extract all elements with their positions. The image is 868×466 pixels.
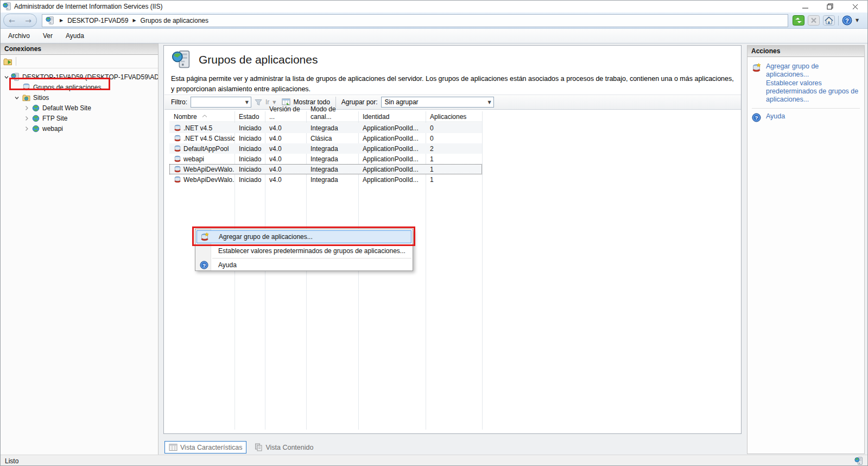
column-estado[interactable]: Estado	[235, 113, 265, 122]
sort-ascending-icon	[202, 111, 207, 119]
chevron-down-icon[interactable]	[4, 74, 9, 80]
filter-input[interactable]: ▼	[191, 97, 251, 108]
chevron-right-icon[interactable]	[23, 116, 30, 121]
go-dropdown-caret-icon[interactable]: ▼	[273, 100, 276, 105]
connections-header: Conexiones	[1, 43, 158, 55]
tree-item-webapi[interactable]: webapi	[1, 123, 158, 134]
tree-item-label: Grupos de aplicaciones	[33, 84, 101, 91]
page-title: Grupos de aplicaciones	[199, 53, 318, 66]
table-row[interactable]: DefaultAppPool Iniciado v4.0 Integrada A…	[169, 143, 482, 154]
table-row[interactable]: webapi Iniciado v4.0 Integrada Applicati…	[169, 154, 482, 164]
iis-manager-window: Administrador de Internet Information Se…	[0, 0, 868, 466]
action-set-defaults[interactable]: Establecer valores predeterminados de gr…	[766, 79, 859, 104]
action-help[interactable]: Ayuda	[766, 112, 785, 124]
tree-item-app-pools[interactable]: Grupos de aplicaciones	[1, 82, 158, 92]
stop-icon	[808, 15, 820, 26]
grid-line	[482, 111, 483, 430]
tree-item-label: DESKTOP-1FVAD59 (DESKTOP-1FVAD59\ADA)	[22, 73, 158, 81]
app-pools-icon	[22, 83, 30, 91]
cell-estado: Iniciado	[235, 135, 265, 142]
cell-identidad: ApplicationPoolId...	[358, 155, 426, 163]
address-bar-actions: ? ▼	[793, 15, 859, 26]
close-button[interactable]	[842, 1, 867, 12]
page-header: Grupos de aplicaciones	[172, 50, 318, 70]
chevron-down-icon[interactable]	[14, 95, 20, 100]
tree-item-default-web-site[interactable]: Default Web Site	[1, 103, 158, 113]
home-icon[interactable]	[823, 15, 835, 26]
context-menu-item-label: Establecer valores predeterminados de gr…	[218, 247, 406, 255]
app-pool-icon	[174, 155, 181, 163]
cell-name: webapi	[169, 155, 235, 163]
app-pool-icon	[174, 124, 181, 132]
group-by-label: Agrupar por:	[341, 98, 378, 106]
menu-ayuda[interactable]: Ayuda	[60, 32, 90, 40]
save-connection-icon[interactable]	[3, 58, 12, 66]
tab-features-view[interactable]: Vista Características	[164, 441, 246, 454]
cell-estado: Iniciado	[235, 166, 265, 173]
breadcrumb-item-app-pools[interactable]: Grupos de aplicaciones	[141, 17, 208, 24]
svg-text:?: ?	[845, 17, 849, 24]
group-by-select[interactable]: Sin agrupar▼	[381, 97, 494, 108]
forward-button[interactable]: →	[25, 17, 31, 24]
tree-item-server[interactable]: DESKTOP-1FVAD59 (DESKTOP-1FVAD59\ADA)	[1, 72, 158, 82]
cell-aplicaciones: 0	[426, 124, 482, 132]
show-all-button[interactable]: Mostrar todo	[294, 98, 330, 106]
minimize-button[interactable]	[793, 1, 818, 12]
tree-item-ftp-site[interactable]: FTP Site	[1, 113, 158, 123]
separator	[16, 57, 16, 66]
cell-modo: Integrada	[306, 124, 358, 132]
content-view-icon	[255, 443, 263, 451]
cell-name: .NET v4.5 Classic	[169, 135, 235, 142]
cell-estado: Iniciado	[235, 145, 265, 153]
context-menu-item-help[interactable]: ? Ayuda	[197, 259, 411, 272]
breadcrumb-arrow-icon: ▶	[60, 18, 63, 23]
actions-header: Acciones	[747, 46, 864, 57]
globe-icon	[32, 125, 40, 133]
tree-item-label: Default Web Site	[42, 104, 91, 112]
breadcrumb-item-server[interactable]: DESKTOP-1FVAD59	[67, 17, 128, 24]
chevron-right-icon[interactable]	[23, 126, 30, 131]
connections-tree: DESKTOP-1FVAD59 (DESKTOP-1FVAD59\ADA) Gr…	[1, 68, 158, 134]
server-icon	[46, 16, 54, 25]
refresh-icon[interactable]	[793, 15, 804, 26]
filter-go-button[interactable]: Ir	[265, 98, 269, 106]
maximize-button[interactable]	[818, 1, 842, 12]
cell-version: v4.0	[265, 145, 306, 153]
add-app-pool-icon	[752, 62, 762, 104]
column-version[interactable]: Versión de ...	[265, 105, 306, 122]
help-icon[interactable]: ?	[842, 15, 852, 26]
context-menu-item-set-defaults[interactable]: Establecer valores predeterminados de gr…	[197, 244, 411, 257]
server-icon	[172, 50, 191, 70]
chevron-right-icon[interactable]	[23, 105, 30, 111]
table-row-selected[interactable]: WebApiDevWalo... Iniciado v4.0 Integrada…	[169, 164, 482, 174]
column-aplicaciones[interactable]: Aplicaciones	[426, 113, 482, 122]
filter-label: Filtro:	[171, 98, 187, 106]
context-menu-item-label: Agregar grupo de aplicaciones...	[219, 233, 313, 241]
connections-panel: Conexiones DESKTOP-1FVAD59 (DESKTOP-1FVA…	[1, 43, 159, 455]
features-view-icon	[169, 443, 178, 451]
cell-version: v4.0	[265, 176, 306, 184]
column-nombre[interactable]: Nombre	[169, 113, 235, 122]
actions-separator	[752, 108, 860, 109]
table-row[interactable]: .NET v4.5 Classic Iniciado v4.0 Clásica …	[169, 133, 482, 143]
menu-archivo[interactable]: Archivo	[3, 32, 35, 40]
window-title: Administrador de Internet Information Se…	[14, 3, 162, 10]
cell-modo: Integrada	[306, 166, 358, 173]
help-dropdown-caret-icon[interactable]: ▼	[856, 18, 859, 23]
menu-ver[interactable]: Ver	[37, 32, 58, 40]
action-add-app-pool[interactable]: Agregar grupo de aplicaciones...	[766, 62, 859, 79]
table-row[interactable]: WebApiDevWalo... Iniciado v4.0 Integrada…	[169, 174, 482, 185]
app-pool-icon	[174, 135, 181, 142]
navigation-buttons: ← →	[3, 14, 37, 27]
column-identidad[interactable]: Identidad	[358, 113, 426, 122]
tree-item-sites[interactable]: Sitios	[1, 92, 158, 103]
window-controls	[793, 1, 867, 12]
filter-toolbar: Filtro: ▼ Ir ▼ Mostrar todo Agrupar por:…	[164, 95, 741, 110]
tree-item-label: FTP Site	[42, 115, 67, 122]
table-row[interactable]: .NET v4.5 Iniciado v4.0 Integrada Applic…	[169, 123, 482, 133]
breadcrumb[interactable]: ▶ DESKTOP-1FVAD59 ▶ Grupos de aplicacion…	[42, 14, 788, 27]
column-modo-canal[interactable]: Modo de canal...	[306, 105, 358, 122]
tab-content-view[interactable]: Vista Contenido	[251, 441, 317, 454]
back-button[interactable]: ←	[9, 17, 15, 24]
context-menu-item-add-pool[interactable]: Agregar grupo de aplicaciones...	[197, 230, 411, 243]
